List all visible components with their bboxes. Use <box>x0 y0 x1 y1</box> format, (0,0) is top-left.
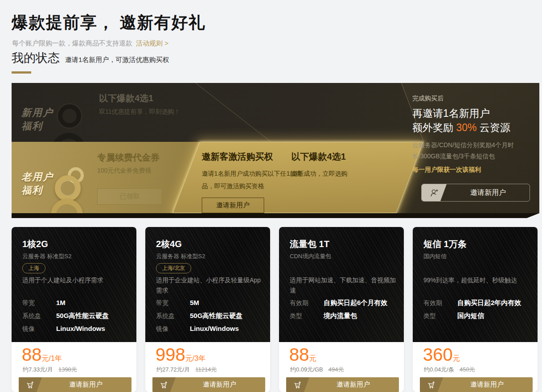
product-card-footer: 88元/1年 约7.33元/月1398元 邀请新用户 <box>12 342 136 392</box>
spec-row: 镜像Linux/Windows <box>156 325 266 338</box>
product-title: 2核4G <box>156 238 182 250</box>
product-card-header: 1核2G 云服务器 标准型S2 上海 适用于个人建站及小程序需求 带宽1M 系统… <box>12 227 136 342</box>
product-subtitle: 云服务器 标准型S2 <box>22 252 72 260</box>
original-price: 450元 <box>460 366 475 373</box>
product-description: 适用于个人建站及小程序需求 <box>22 275 128 285</box>
product-card-header: 短信 1万条 国内短信 99%到达率，超低延时、秒级触达 有效期自购买日起2年内… <box>413 227 538 342</box>
original-price: 494元 <box>328 366 344 373</box>
mid-pick-block: 以下爆款4选1 邀新成功，立即选购 <box>292 151 372 180</box>
product-title: 短信 1万条 <box>423 238 467 250</box>
avg-price: 约0.04元/条 <box>424 366 454 373</box>
product-card-header: 2核4G 云服务器 标准型S2 上海/北京 适用于企业建站、小程序及轻量级App… <box>145 227 270 342</box>
reward-block: 完成购买后 再邀请1名新用户 额外奖励 30% 云资源 云服务器/CDN/短信分… <box>412 95 529 174</box>
invite-new-user-button[interactable]: 邀请新用户 <box>286 377 399 392</box>
cart-plus-icon <box>286 377 309 392</box>
spec-list: 有效期自购买日起2年内有效 类型国内短信 <box>423 299 533 325</box>
product-title: 1核2G <box>22 238 48 250</box>
price: 88元/1年 <box>22 345 62 365</box>
spec-row: 系统盘50G高性能云硬盘 <box>22 312 132 325</box>
product-card-footer: 360元 约0.04元/条450元 邀请新用户 <box>413 342 538 392</box>
product-card-footer: 88元 约0.09元/GB494元 邀请新用户 <box>279 342 404 392</box>
price-detail: 约27.72元/月11214元 <box>156 366 217 374</box>
product-subtitle: 国内短信 <box>423 252 447 260</box>
product-subtitle: CDN境内流量包 <box>290 252 331 260</box>
my-status-row: 我的状态 邀请1名新用户，可激活优惠购买权 <box>12 50 169 66</box>
price: 998元/3年 <box>156 345 205 365</box>
purchase-limit-note: 每个账户限购一款，爆款商品不支持退款 <box>12 39 132 47</box>
coin-ring-decor <box>58 104 81 128</box>
banner-new-user-zone: 新用户 福利 以下爆款4选1 双11优惠提前享，即刻选购！ <box>12 83 288 142</box>
avg-price: 约27.72元/月 <box>156 366 190 373</box>
price: 88元 <box>289 345 316 365</box>
product-card-header: 流量包 1T CDN境内流量包 适用于网站加速、下载加速、音视频加速 有效期自购… <box>279 227 404 342</box>
page-title: 爆款提前享， 邀新有好礼 <box>12 12 205 34</box>
mid-pick-title: 以下爆款4选1 <box>292 151 372 163</box>
price: 360元 <box>423 345 460 365</box>
product-card-footer: 998元/3年 约27.72元/月11214元 邀请新用户 <box>145 342 270 392</box>
spec-row: 有效期自购买日起6个月有效 <box>290 299 399 312</box>
reward-line1: 再邀请1名新用户 <box>412 106 529 120</box>
spec-row: 镜像Linux/Windows <box>22 325 132 338</box>
coupon-title: 专属续费代金券 <box>97 152 160 164</box>
region-tag: 上海 <box>22 263 45 273</box>
mid-pick-desc: 邀新成功，立即选购 <box>292 167 372 180</box>
spec-row: 类型境内流量包 <box>290 312 399 325</box>
top-pick-title: 以下爆款4选1 <box>99 92 153 104</box>
product-title: 流量包 1T <box>290 238 329 250</box>
spec-row: 带宽5M <box>156 299 266 312</box>
price-detail: 约7.33元/月1398元 <box>23 366 77 374</box>
spec-list: 有效期自购买日起6个月有效 类型境内流量包 <box>290 299 399 325</box>
reward-line2: 额外奖励 30% 云资源 <box>412 120 529 135</box>
spec-row: 系统盘50G高性能云硬盘 <box>156 312 266 325</box>
activity-rules-link[interactable]: 活动规则 > <box>136 39 168 47</box>
page-subtitle: 每个账户限购一款，爆款商品不支持退款活动规则 > <box>12 39 168 48</box>
product-card: 2核4G 云服务器 标准型S2 上海/北京 适用于企业建站、小程序及轻量级App… <box>145 227 270 392</box>
person-plus-icon <box>422 184 447 201</box>
product-subtitle: 云服务器 标准型S2 <box>156 252 205 260</box>
invite-new-user-button[interactable]: 邀请新用户 <box>421 184 530 202</box>
product-card: 1核2G 云服务器 标准型S2 上海 适用于个人建站及小程序需求 带宽1M 系统… <box>12 227 136 392</box>
invite-new-user-button[interactable]: 邀请新用户 <box>420 377 533 392</box>
promo-page: 爆款提前享， 邀新有好礼 每个账户限购一款，爆款商品不支持退款活动规则 > 我的… <box>0 0 542 392</box>
product-description: 99%到达率，超低延时、秒级触达 <box>423 275 530 285</box>
product-card: 短信 1万条 国内短信 99%到达率，超低延时、秒级触达 有效期自购买日起2年内… <box>413 227 538 392</box>
reward-note: 每一用户限获一次该福利 <box>412 166 529 174</box>
product-card: 流量包 1T CDN境内流量包 适用于网站加速、下载加速、音视频加速 有效期自购… <box>279 227 404 392</box>
spec-list: 带宽1M 系统盘50G高性能云硬盘 镜像Linux/Windows <box>22 299 132 338</box>
spec-row: 有效期自购买日起2年内有效 <box>423 299 533 312</box>
invite-new-user-button[interactable]: 邀请新用户 <box>202 198 264 213</box>
banner-body: 新用户 福利 以下爆款4选1 双11优惠提前享，即刻选购！ 老用户 福利 专属续… <box>12 83 539 213</box>
avg-price: 约0.09元/GB <box>290 366 323 373</box>
banner-bottom-ribbon <box>12 213 539 218</box>
spec-row: 带宽1M <box>22 299 132 312</box>
reward-pre-line: 完成购买后 <box>412 95 529 103</box>
invite-new-user-button[interactable]: 邀请新用户 <box>19 377 131 392</box>
old-user-benefit-label: 老用户 福利 <box>21 170 53 197</box>
coupon-desc: 100元代金券免费领 <box>97 167 151 175</box>
my-status-title: 我的状态 <box>12 50 60 66</box>
my-status-desc: 邀请1名新用户，可激活优惠购买权 <box>65 56 169 64</box>
status-underline <box>12 71 31 74</box>
spec-list: 带宽5M 系统盘50G高性能云硬盘 镜像Linux/Windows <box>156 299 266 338</box>
coin-ring-decor <box>52 133 86 142</box>
original-price: 11214元 <box>195 366 217 373</box>
coin-ring-decor <box>51 199 83 213</box>
promo-banner: 新用户 福利 以下爆款4选1 双11优惠提前享，即刻选购！ 老用户 福利 专属续… <box>12 83 539 219</box>
reward-desc: 云服务器/CDN/短信分别奖励4个月时长/300GB流量包/3千条短信包 <box>412 140 525 162</box>
invite-new-user-button[interactable]: 邀请新用户 <box>152 377 265 392</box>
cart-plus-icon <box>420 377 443 392</box>
reward-percentage: 30% <box>456 122 476 133</box>
top-pick-desc: 双11优惠提前享，即刻选购！ <box>99 108 181 116</box>
coupon-claimed-button[interactable]: 已领取 <box>97 188 162 205</box>
coin-ring-decor <box>55 175 81 201</box>
original-price: 1398元 <box>58 366 77 373</box>
price-detail: 约0.09元/GB494元 <box>290 366 344 374</box>
region-tag: 上海/北京 <box>156 263 191 273</box>
product-description: 适用于企业建站、小程序及轻量级App需求 <box>156 275 262 296</box>
cart-plus-icon <box>19 377 42 392</box>
product-description: 适用于网站加速、下载加速、音视频加速 <box>290 275 396 296</box>
spec-row: 类型国内短信 <box>423 312 533 325</box>
avg-price: 约7.33元/月 <box>23 366 53 373</box>
new-user-benefit-label: 新用户 福利 <box>21 106 53 133</box>
cart-plus-icon <box>152 377 176 392</box>
